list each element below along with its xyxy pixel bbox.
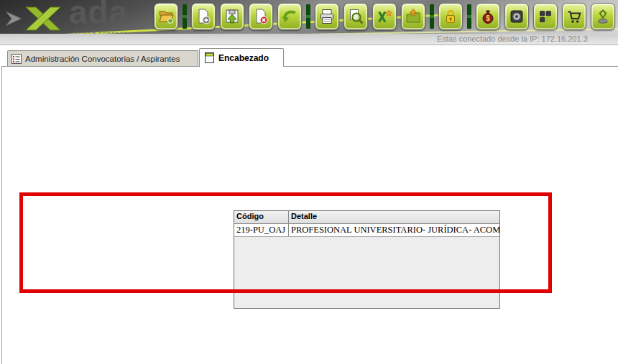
column-header-detalle: Detalle: [289, 211, 499, 223]
toolbar: $: [154, 3, 618, 30]
safe-button[interactable]: [504, 3, 529, 30]
page-icon: [205, 52, 214, 63]
column-header-codigo: Código: [234, 211, 289, 223]
save-icon: [223, 8, 241, 25]
toolbar-separator: [430, 4, 434, 29]
dropdown-header-row: Código Detalle: [234, 211, 499, 224]
header-bar: ada shared services solutions: [0, 0, 618, 34]
print-button[interactable]: [315, 3, 339, 30]
delete-document-button[interactable]: [249, 3, 273, 30]
hand-gem-button[interactable]: [591, 3, 615, 30]
shopping-cart-icon: [566, 8, 583, 25]
blocks-icon: [537, 8, 554, 25]
brand-text: ada: [69, 0, 128, 32]
upload-folder-button[interactable]: [401, 3, 425, 30]
tab-administracion-convocatorias[interactable]: Administración Convocatorias / Aspirante…: [7, 50, 198, 66]
toolbar-separator: [306, 4, 310, 29]
cell-codigo: 219-PU_OAJ: [234, 224, 289, 236]
svg-text:$: $: [486, 14, 490, 22]
dropdown-row[interactable]: 219-PU_OAJ PROFESIONAL UNIVERSITARIO- JU…: [234, 224, 499, 237]
undo-icon: [281, 8, 298, 25]
delete-document-icon: [252, 8, 269, 25]
blocks-button[interactable]: [533, 3, 558, 30]
search-icon: [347, 8, 364, 25]
ada-logo-mark-icon: [4, 3, 66, 36]
save-button[interactable]: [220, 3, 244, 30]
new-document-button[interactable]: [191, 3, 216, 30]
upload-folder-icon: [405, 8, 422, 25]
tab-label: Encabezado: [218, 53, 269, 63]
status-strip: Estas conectado desde la IP: 172.16.201.…: [0, 34, 618, 45]
export-excel-button[interactable]: [372, 3, 397, 30]
undo-button[interactable]: [277, 3, 302, 30]
lock-button[interactable]: [438, 3, 463, 30]
money-bag-button[interactable]: $: [476, 3, 500, 30]
toolbar-separator: [183, 4, 187, 29]
print-icon: [318, 8, 336, 25]
open-folder-button[interactable]: [154, 3, 178, 30]
open-folder-icon: [157, 8, 175, 25]
app-window: ada shared services solutions: [0, 0, 618, 364]
export-excel-icon: [376, 8, 393, 25]
list-icon: [11, 54, 22, 64]
tab-label: Administración Convocatorias / Aspirante…: [25, 55, 180, 63]
cargo-dropdown-list: Código Detalle 219-PU_OAJ PROFESIONAL UN…: [234, 210, 500, 309]
shopping-cart-button[interactable]: [562, 3, 586, 30]
search-preview-button[interactable]: [343, 3, 368, 30]
money-bag-icon: $: [479, 8, 497, 25]
safe-icon: [508, 8, 525, 25]
lock-icon: [442, 8, 459, 25]
connection-status: Estas conectado desde la IP: 172.16.201.…: [437, 34, 588, 43]
hand-gem-icon: [594, 8, 612, 25]
cell-detalle: PROFESIONAL UNIVERSITARIO- JURÍDICA- ACO…: [289, 224, 499, 236]
new-document-icon: [195, 8, 212, 25]
tab-encabezado[interactable]: Encabezado: [199, 48, 284, 67]
toolbar-separator: [467, 4, 471, 29]
